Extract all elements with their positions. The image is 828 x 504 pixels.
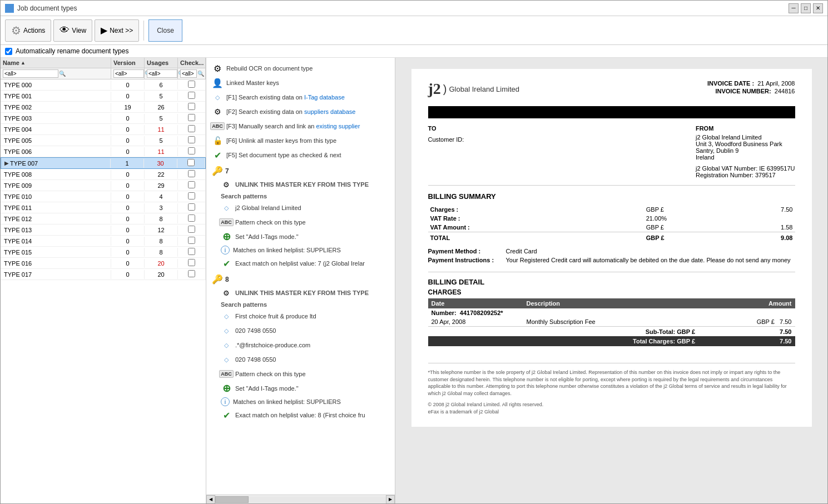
exact-match-7-item: ✔ Exact match on helplist value: 7 (j2 G… bbox=[219, 256, 391, 271]
section-7-header: 🔑 7 bbox=[210, 162, 391, 177]
add-itags-7-item[interactable]: ⊕ Set "Add I-Tags mode." bbox=[219, 229, 391, 244]
type-row[interactable]: TYPE 010 0 4 bbox=[1, 191, 206, 202]
type-checkbox[interactable] bbox=[188, 237, 195, 244]
charges-amount: 7.50 bbox=[708, 205, 795, 214]
pattern-j2-ireland-item[interactable]: ◇ j2 Global Ireland Limited bbox=[219, 201, 391, 215]
unlink-master-key-8-item[interactable]: ⚙ UNLINK THIS MASTER KEY FROM THIS TYPE bbox=[219, 286, 391, 300]
f3-search-item[interactable]: ABC [F3] Manually search and link an exi… bbox=[210, 119, 391, 133]
type-checkbox[interactable] bbox=[188, 214, 195, 222]
type-row[interactable]: TYPE 009 0 29 bbox=[1, 180, 206, 191]
type-row[interactable]: TYPE 016 0 20 bbox=[1, 258, 206, 269]
type-checkbox[interactable] bbox=[188, 92, 195, 99]
usages-filter-input[interactable] bbox=[147, 69, 177, 78]
type-checkbox[interactable] bbox=[188, 114, 195, 121]
type-checkbox[interactable] bbox=[188, 103, 195, 110]
next-button[interactable]: ▶ Next >> bbox=[95, 19, 139, 42]
pattern-check-8-item[interactable]: ABC Pattern check on this type bbox=[219, 367, 391, 381]
scroll-right-button[interactable]: ▶ bbox=[386, 495, 395, 504]
type-usages-cell: 29 bbox=[145, 181, 178, 190]
close-window-button[interactable]: ✕ bbox=[813, 3, 823, 13]
diamond-icon-em: ◇ bbox=[221, 340, 232, 351]
auto-rename-checkbox[interactable] bbox=[5, 48, 12, 55]
pattern-firstchoice-item[interactable]: ◇ First choice fruit & produce ltd bbox=[219, 309, 391, 323]
restore-button[interactable]: □ bbox=[801, 3, 811, 13]
type-checkbox[interactable] bbox=[188, 192, 195, 199]
type-row[interactable]: TYPE 003 0 5 bbox=[1, 113, 206, 124]
type-row[interactable]: TYPE 013 0 12 bbox=[1, 224, 206, 236]
scroll-left-button[interactable]: ◀ bbox=[206, 495, 215, 504]
view-button[interactable]: 👁 View bbox=[53, 19, 92, 42]
type-row[interactable]: TYPE 004 0 11 bbox=[1, 124, 206, 135]
add-itags-8-item[interactable]: ⊕ Set "Add I-Tags mode." bbox=[219, 381, 391, 396]
f5-icon: ✔ bbox=[212, 149, 223, 161]
type-checkbox[interactable] bbox=[188, 136, 195, 143]
f6-unlink-item[interactable]: 🔓 [F6] Unlink all master keys from this … bbox=[210, 133, 391, 148]
type-row[interactable]: TYPE 011 0 3 bbox=[1, 202, 206, 213]
type-row[interactable]: TYPE 000 0 6 bbox=[1, 79, 206, 91]
type-checkbox[interactable] bbox=[188, 259, 195, 266]
pattern-phone2-label: 020 7498 0550 bbox=[235, 356, 276, 363]
linked-master-keys-item[interactable]: 👤 Linked Master keys bbox=[210, 76, 391, 90]
pattern-phone2-item[interactable]: ◇ 020 7498 0550 bbox=[219, 352, 391, 367]
address-section: TO Customer ID: FROM j2 Global Ireland L… bbox=[428, 125, 795, 186]
type-row[interactable]: TYPE 001 0 5 bbox=[1, 91, 206, 102]
type-row[interactable]: TYPE 005 0 5 bbox=[1, 135, 206, 146]
f5-check-item[interactable]: ✔ [F5] Set document type as checked & ne… bbox=[210, 148, 391, 162]
pattern-phone1-item[interactable]: ◇ 020 7498 0550 bbox=[219, 323, 391, 338]
matches-helplist-8-item[interactable]: i Matches on linked helplist: SUPPLIERS bbox=[219, 396, 391, 408]
type-name-cell: TYPE 012 bbox=[1, 214, 111, 223]
f2-search-item[interactable]: ⚙ [F2] Search existing data on suppliers… bbox=[210, 104, 391, 119]
minimize-button[interactable]: ─ bbox=[789, 3, 799, 13]
from-section: FROM j2 Global Ireland Limited Unit 3, W… bbox=[696, 125, 795, 178]
rebuild-ocr-item[interactable]: ⚙ Rebuild OCR on document type bbox=[210, 61, 391, 76]
pattern-email-item[interactable]: ◇ .*@firstchoice-produce.com bbox=[219, 338, 391, 352]
invoice-date-value: 21 April, 2008 bbox=[757, 80, 795, 87]
type-checkbox[interactable] bbox=[188, 147, 195, 154]
reg-number: Registration Number: 379517 bbox=[696, 172, 795, 178]
check-filter-input[interactable] bbox=[180, 69, 197, 78]
payment-method-value: Credit Card bbox=[506, 248, 537, 255]
name-filter-cell: 🔍 bbox=[1, 68, 111, 79]
type-row[interactable]: TYPE 008 0 22 bbox=[1, 169, 206, 180]
type-usages-cell: 5 bbox=[145, 92, 178, 101]
total-charges-value: 7.50 bbox=[698, 336, 795, 346]
type-checkbox[interactable] bbox=[188, 270, 195, 277]
unlink-master-key-7-label: UNLINK THIS MASTER KEY FROM THIS TYPE bbox=[235, 181, 369, 188]
pattern-check-7-item[interactable]: ABC Pattern check on this type bbox=[219, 215, 391, 229]
close-button[interactable]: Close bbox=[148, 19, 182, 42]
type-row[interactable]: TYPE 014 0 8 bbox=[1, 236, 206, 247]
charges-currency: GBP £ bbox=[644, 205, 708, 214]
unlink-master-key-7-item[interactable]: ⚙ UNLINK THIS MASTER KEY FROM THIS TYPE bbox=[219, 177, 391, 192]
invoice-black-bar bbox=[428, 106, 795, 118]
type-checkbox[interactable] bbox=[188, 248, 195, 255]
type-row[interactable]: TYPE 012 0 8 bbox=[1, 213, 206, 224]
total-currency: GBP £ bbox=[644, 232, 708, 243]
name-filter-input[interactable] bbox=[3, 69, 58, 78]
actions-button[interactable]: ⚙ Actions bbox=[5, 19, 51, 42]
payment-method-row: Payment Method : Credit Card bbox=[428, 248, 795, 255]
linked-master-keys-label: Linked Master keys bbox=[226, 79, 279, 86]
type-check-cell bbox=[178, 102, 206, 112]
f1-search-item[interactable]: ◇ [F1] Search existing data on I-Tag dat… bbox=[210, 90, 391, 104]
type-checkbox[interactable] bbox=[188, 81, 195, 88]
type-checkbox[interactable] bbox=[188, 226, 195, 233]
type-row[interactable]: TYPE 015 0 8 bbox=[1, 247, 206, 258]
name-filter-search-icon[interactable]: 🔍 bbox=[59, 71, 66, 77]
type-checkbox[interactable] bbox=[188, 181, 195, 188]
type-version-cell: 0 bbox=[111, 226, 145, 234]
check-filter-search-icon[interactable]: 🔍 bbox=[197, 71, 204, 77]
type-row[interactable]: TYPE 006 0 11 bbox=[1, 146, 206, 157]
type-row[interactable]: TYPE 017 0 20 bbox=[1, 269, 206, 280]
main-window: Job document types ─ □ ✕ ⚙ Actions 👁 Vie… bbox=[0, 0, 828, 504]
type-row[interactable]: TYPE 002 19 26 bbox=[1, 102, 206, 113]
invoice-footnote: *This telephone number is the sole prope… bbox=[428, 363, 795, 416]
type-checkbox[interactable] bbox=[187, 159, 195, 166]
type-checkbox[interactable] bbox=[188, 125, 195, 132]
matches-helplist-7-item[interactable]: i Matches on linked helplist: SUPPLIERS bbox=[219, 244, 391, 256]
type-checkbox[interactable] bbox=[188, 203, 195, 211]
type-checkbox[interactable] bbox=[188, 170, 195, 177]
version-filter-input[interactable] bbox=[113, 69, 144, 78]
scroll-thumb[interactable] bbox=[215, 496, 249, 503]
type-row[interactable]: ▶TYPE 007 1 30 bbox=[1, 157, 206, 169]
total-label: TOTAL bbox=[428, 232, 644, 243]
